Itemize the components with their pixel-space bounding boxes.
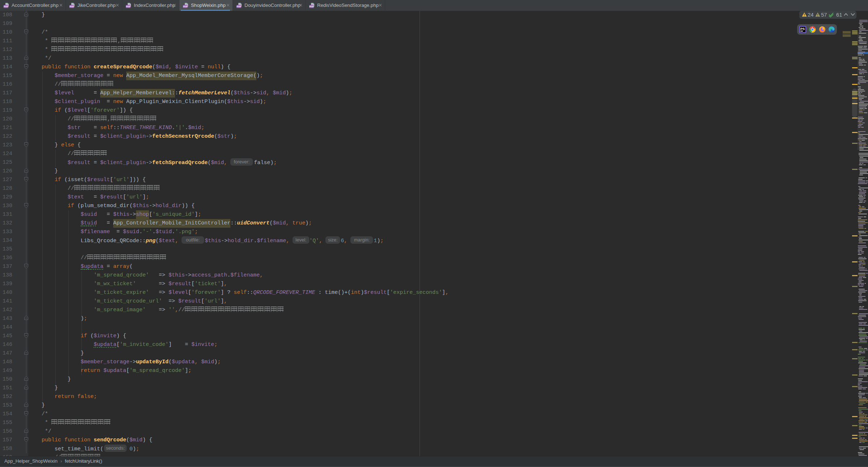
svg-text:PHP: PHP	[126, 5, 131, 8]
svg-text:PHP: PHP	[237, 5, 241, 8]
svg-text:PHP: PHP	[309, 5, 314, 8]
svg-text:PHP: PHP	[4, 5, 8, 8]
svg-text:PHP: PHP	[183, 5, 188, 8]
svg-text:PHP: PHP	[69, 5, 74, 8]
